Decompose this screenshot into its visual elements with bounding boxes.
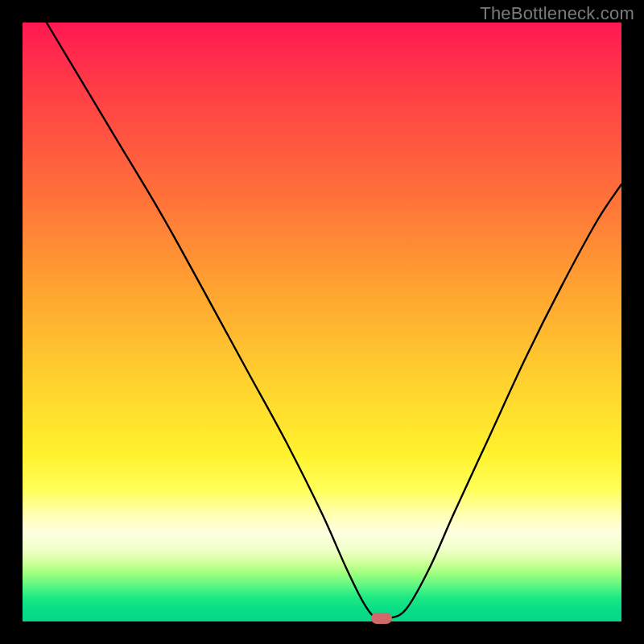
- bottleneck-curve-path: [47, 23, 621, 620]
- curve-svg: [23, 23, 621, 621]
- watermark-text: TheBottleneck.com: [480, 3, 634, 24]
- optimum-marker: [371, 613, 392, 624]
- chart-frame: TheBottleneck.com: [0, 0, 644, 644]
- plot-area: [23, 23, 621, 621]
